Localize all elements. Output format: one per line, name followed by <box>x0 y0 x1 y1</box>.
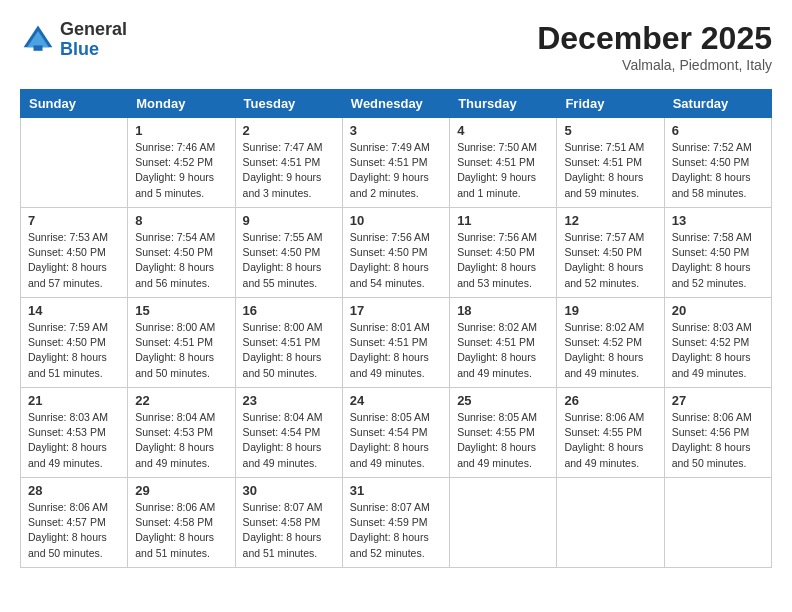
day-number: 11 <box>457 213 549 228</box>
day-number: 2 <box>243 123 335 138</box>
day-info: Sunrise: 8:05 AM Sunset: 4:55 PM Dayligh… <box>457 410 549 471</box>
day-info: Sunrise: 8:06 AM Sunset: 4:55 PM Dayligh… <box>564 410 656 471</box>
calendar-cell: 26Sunrise: 8:06 AM Sunset: 4:55 PM Dayli… <box>557 388 664 478</box>
day-number: 18 <box>457 303 549 318</box>
day-info: Sunrise: 7:52 AM Sunset: 4:50 PM Dayligh… <box>672 140 764 201</box>
calendar-cell: 8Sunrise: 7:54 AM Sunset: 4:50 PM Daylig… <box>128 208 235 298</box>
calendar-cell: 17Sunrise: 8:01 AM Sunset: 4:51 PM Dayli… <box>342 298 449 388</box>
calendar-cell: 20Sunrise: 8:03 AM Sunset: 4:52 PM Dayli… <box>664 298 771 388</box>
weekday-header-row: SundayMondayTuesdayWednesdayThursdayFrid… <box>21 90 772 118</box>
month-title: December 2025 <box>537 20 772 57</box>
day-info: Sunrise: 8:06 AM Sunset: 4:58 PM Dayligh… <box>135 500 227 561</box>
day-info: Sunrise: 8:01 AM Sunset: 4:51 PM Dayligh… <box>350 320 442 381</box>
day-info: Sunrise: 7:50 AM Sunset: 4:51 PM Dayligh… <box>457 140 549 201</box>
day-number: 5 <box>564 123 656 138</box>
day-number: 8 <box>135 213 227 228</box>
day-number: 16 <box>243 303 335 318</box>
day-number: 26 <box>564 393 656 408</box>
calendar-cell: 15Sunrise: 8:00 AM Sunset: 4:51 PM Dayli… <box>128 298 235 388</box>
title-block: December 2025 Valmala, Piedmont, Italy <box>537 20 772 73</box>
weekday-header-saturday: Saturday <box>664 90 771 118</box>
location-subtitle: Valmala, Piedmont, Italy <box>537 57 772 73</box>
calendar-cell: 3Sunrise: 7:49 AM Sunset: 4:51 PM Daylig… <box>342 118 449 208</box>
day-info: Sunrise: 8:04 AM Sunset: 4:53 PM Dayligh… <box>135 410 227 471</box>
day-number: 28 <box>28 483 120 498</box>
day-number: 30 <box>243 483 335 498</box>
day-info: Sunrise: 7:59 AM Sunset: 4:50 PM Dayligh… <box>28 320 120 381</box>
calendar-cell: 13Sunrise: 7:58 AM Sunset: 4:50 PM Dayli… <box>664 208 771 298</box>
calendar-cell: 2Sunrise: 7:47 AM Sunset: 4:51 PM Daylig… <box>235 118 342 208</box>
day-number: 27 <box>672 393 764 408</box>
weekday-header-tuesday: Tuesday <box>235 90 342 118</box>
day-number: 22 <box>135 393 227 408</box>
day-number: 3 <box>350 123 442 138</box>
day-number: 7 <box>28 213 120 228</box>
day-number: 17 <box>350 303 442 318</box>
calendar-cell: 25Sunrise: 8:05 AM Sunset: 4:55 PM Dayli… <box>450 388 557 478</box>
calendar-table: SundayMondayTuesdayWednesdayThursdayFrid… <box>20 89 772 568</box>
day-number: 1 <box>135 123 227 138</box>
calendar-cell: 5Sunrise: 7:51 AM Sunset: 4:51 PM Daylig… <box>557 118 664 208</box>
calendar-cell: 24Sunrise: 8:05 AM Sunset: 4:54 PM Dayli… <box>342 388 449 478</box>
day-info: Sunrise: 7:51 AM Sunset: 4:51 PM Dayligh… <box>564 140 656 201</box>
day-number: 4 <box>457 123 549 138</box>
calendar-cell <box>21 118 128 208</box>
day-info: Sunrise: 7:57 AM Sunset: 4:50 PM Dayligh… <box>564 230 656 291</box>
calendar-cell: 29Sunrise: 8:06 AM Sunset: 4:58 PM Dayli… <box>128 478 235 568</box>
day-info: Sunrise: 7:55 AM Sunset: 4:50 PM Dayligh… <box>243 230 335 291</box>
calendar-cell: 1Sunrise: 7:46 AM Sunset: 4:52 PM Daylig… <box>128 118 235 208</box>
day-info: Sunrise: 8:06 AM Sunset: 4:56 PM Dayligh… <box>672 410 764 471</box>
day-info: Sunrise: 8:00 AM Sunset: 4:51 PM Dayligh… <box>243 320 335 381</box>
day-number: 12 <box>564 213 656 228</box>
day-number: 31 <box>350 483 442 498</box>
calendar-cell: 6Sunrise: 7:52 AM Sunset: 4:50 PM Daylig… <box>664 118 771 208</box>
calendar-cell: 28Sunrise: 8:06 AM Sunset: 4:57 PM Dayli… <box>21 478 128 568</box>
calendar-cell <box>450 478 557 568</box>
day-info: Sunrise: 8:02 AM Sunset: 4:51 PM Dayligh… <box>457 320 549 381</box>
weekday-header-sunday: Sunday <box>21 90 128 118</box>
calendar-cell: 7Sunrise: 7:53 AM Sunset: 4:50 PM Daylig… <box>21 208 128 298</box>
svg-rect-2 <box>34 45 43 50</box>
day-number: 15 <box>135 303 227 318</box>
calendar-cell: 10Sunrise: 7:56 AM Sunset: 4:50 PM Dayli… <box>342 208 449 298</box>
day-info: Sunrise: 7:56 AM Sunset: 4:50 PM Dayligh… <box>457 230 549 291</box>
logo-icon <box>20 22 56 58</box>
calendar-cell: 19Sunrise: 8:02 AM Sunset: 4:52 PM Dayli… <box>557 298 664 388</box>
calendar-cell: 12Sunrise: 7:57 AM Sunset: 4:50 PM Dayli… <box>557 208 664 298</box>
day-number: 20 <box>672 303 764 318</box>
calendar-week-5: 28Sunrise: 8:06 AM Sunset: 4:57 PM Dayli… <box>21 478 772 568</box>
day-info: Sunrise: 8:07 AM Sunset: 4:58 PM Dayligh… <box>243 500 335 561</box>
day-info: Sunrise: 7:46 AM Sunset: 4:52 PM Dayligh… <box>135 140 227 201</box>
day-number: 25 <box>457 393 549 408</box>
calendar-cell: 31Sunrise: 8:07 AM Sunset: 4:59 PM Dayli… <box>342 478 449 568</box>
calendar-cell: 27Sunrise: 8:06 AM Sunset: 4:56 PM Dayli… <box>664 388 771 478</box>
calendar-week-2: 7Sunrise: 7:53 AM Sunset: 4:50 PM Daylig… <box>21 208 772 298</box>
day-info: Sunrise: 7:49 AM Sunset: 4:51 PM Dayligh… <box>350 140 442 201</box>
page-header: General Blue December 2025 Valmala, Pied… <box>20 20 772 73</box>
calendar-cell: 23Sunrise: 8:04 AM Sunset: 4:54 PM Dayli… <box>235 388 342 478</box>
day-info: Sunrise: 7:54 AM Sunset: 4:50 PM Dayligh… <box>135 230 227 291</box>
day-number: 19 <box>564 303 656 318</box>
day-number: 23 <box>243 393 335 408</box>
day-number: 6 <box>672 123 764 138</box>
calendar-cell <box>664 478 771 568</box>
weekday-header-thursday: Thursday <box>450 90 557 118</box>
day-info: Sunrise: 8:05 AM Sunset: 4:54 PM Dayligh… <box>350 410 442 471</box>
weekday-header-wednesday: Wednesday <box>342 90 449 118</box>
calendar-cell: 16Sunrise: 8:00 AM Sunset: 4:51 PM Dayli… <box>235 298 342 388</box>
day-info: Sunrise: 7:58 AM Sunset: 4:50 PM Dayligh… <box>672 230 764 291</box>
logo: General Blue <box>20 20 127 60</box>
calendar-cell: 11Sunrise: 7:56 AM Sunset: 4:50 PM Dayli… <box>450 208 557 298</box>
day-number: 14 <box>28 303 120 318</box>
calendar-week-4: 21Sunrise: 8:03 AM Sunset: 4:53 PM Dayli… <box>21 388 772 478</box>
weekday-header-friday: Friday <box>557 90 664 118</box>
calendar-cell <box>557 478 664 568</box>
day-info: Sunrise: 8:04 AM Sunset: 4:54 PM Dayligh… <box>243 410 335 471</box>
day-info: Sunrise: 7:56 AM Sunset: 4:50 PM Dayligh… <box>350 230 442 291</box>
calendar-cell: 14Sunrise: 7:59 AM Sunset: 4:50 PM Dayli… <box>21 298 128 388</box>
day-number: 21 <box>28 393 120 408</box>
day-number: 10 <box>350 213 442 228</box>
day-info: Sunrise: 7:53 AM Sunset: 4:50 PM Dayligh… <box>28 230 120 291</box>
day-info: Sunrise: 8:07 AM Sunset: 4:59 PM Dayligh… <box>350 500 442 561</box>
calendar-cell: 9Sunrise: 7:55 AM Sunset: 4:50 PM Daylig… <box>235 208 342 298</box>
